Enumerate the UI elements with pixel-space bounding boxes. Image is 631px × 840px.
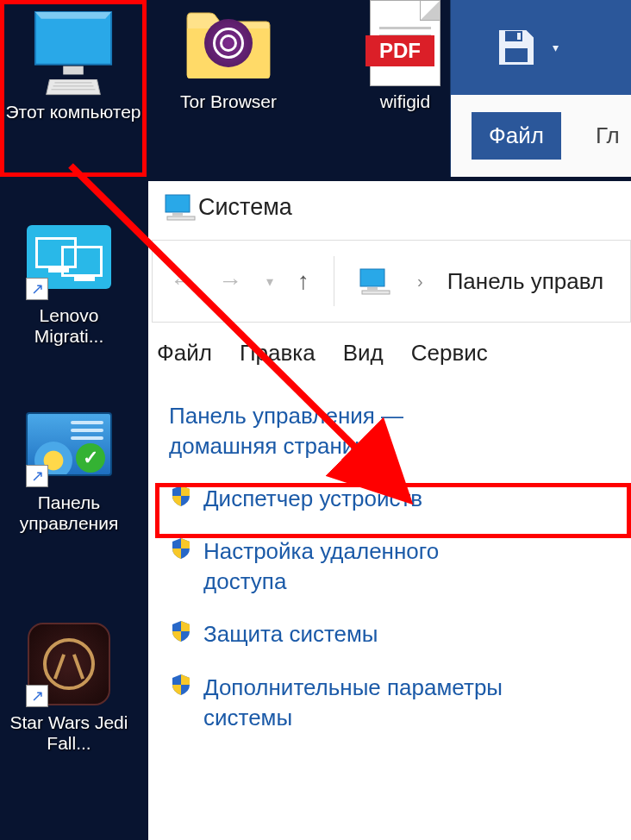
computer-icon (164, 193, 198, 221)
svg-rect-2 (63, 66, 84, 75)
save-icon[interactable] (492, 23, 540, 72)
svg-rect-11 (172, 213, 183, 216)
forward-button: → (218, 267, 242, 295)
menu-edit[interactable]: Правка (240, 340, 316, 367)
system-window: Система ← → ▾ ↑ › Панель управл Файл Пра… (148, 181, 631, 840)
desktop-icon-label: Lenovo Migrati... (0, 305, 138, 347)
word-window: ▾ Файл Гл (450, 0, 631, 177)
dropdown-icon[interactable]: ▾ (553, 41, 559, 54)
window-title: Система (148, 181, 631, 233)
desktop-background: Этот компьютер Tor Browser PDF wifigid (0, 0, 631, 840)
shortcut-arrow-icon: ↗ (26, 465, 48, 487)
breadcrumb-item[interactable]: Панель управл (447, 268, 603, 295)
shield-icon (169, 673, 193, 697)
folder-icon (185, 0, 272, 86)
desktop-icon-label: Star Wars Jedi Fall... (0, 712, 138, 754)
svg-rect-0 (35, 12, 111, 65)
breadcrumb-separator-icon[interactable]: › (417, 272, 423, 291)
shield-icon (169, 484, 193, 508)
shortcut-arrow-icon: ↗ (26, 278, 48, 300)
back-button: ← (170, 267, 194, 295)
tor-icon (204, 19, 253, 67)
menu-view[interactable]: Вид (343, 340, 384, 367)
svg-rect-12 (167, 216, 195, 220)
desktop-icon-control-panel[interactable]: ✓ ↗ Панель управления (0, 401, 138, 534)
link-system-protection[interactable]: Защита системы (169, 619, 610, 649)
desktop-icon-label: Этот компьютер (0, 102, 147, 122)
shield-icon (169, 619, 193, 643)
tab-home[interactable]: Гл (596, 122, 620, 149)
link-control-panel-home[interactable]: Панель управления — домашняя страница (169, 401, 610, 461)
menu-bar: Файл Правка Вид Сервис (148, 323, 631, 384)
computer-icon[interactable] (359, 267, 393, 295)
shield-icon (169, 536, 193, 561)
link-remote-settings[interactable]: Настройка удаленного доступа (169, 536, 610, 597)
svg-marker-1 (35, 12, 111, 19)
sidebar-links: Панель управления — домашняя страница Ди… (148, 384, 631, 764)
lenovo-icon: ↗ (26, 214, 112, 300)
shortcut-arrow-icon: ↗ (26, 685, 48, 707)
control-panel-icon: ✓ ↗ (26, 401, 112, 487)
svg-rect-10 (166, 195, 190, 212)
link-device-manager[interactable]: Диспетчер устройств (169, 484, 610, 514)
desktop-icon-lenovo[interactable]: ↗ Lenovo Migrati... (0, 214, 138, 347)
navigation-bar: ← → ▾ ↑ › Панель управл (152, 240, 631, 323)
computer-icon (30, 10, 116, 97)
svg-rect-14 (367, 287, 378, 290)
svg-rect-15 (362, 291, 390, 294)
svg-rect-8 (505, 48, 528, 62)
svg-rect-9 (517, 33, 521, 40)
tab-file[interactable]: Файл (472, 112, 561, 160)
svg-marker-3 (47, 79, 101, 95)
divider (334, 256, 334, 306)
game-icon: ↗ (26, 621, 112, 707)
menu-file[interactable]: Файл (157, 340, 212, 367)
pdf-file-icon: PDF (362, 0, 448, 86)
window-title-text: Система (198, 194, 292, 221)
pdf-badge: PDF (365, 35, 434, 66)
desktop-icon-label: Панель управления (0, 492, 138, 534)
up-button[interactable]: ↑ (297, 267, 309, 295)
svg-rect-13 (360, 269, 384, 286)
desktop-icon-tor[interactable]: Tor Browser (159, 0, 297, 112)
desktop-icon-label: Tor Browser (159, 91, 297, 112)
desktop-icon-this-pc[interactable]: Этот компьютер (0, 0, 147, 177)
menu-service[interactable]: Сервис (411, 340, 488, 367)
desktop-icon-starwars[interactable]: ↗ Star Wars Jedi Fall... (0, 621, 138, 754)
history-dropdown-icon[interactable]: ▾ (266, 273, 273, 290)
link-advanced-system-settings[interactable]: Дополнительные параметры системы (169, 673, 610, 733)
